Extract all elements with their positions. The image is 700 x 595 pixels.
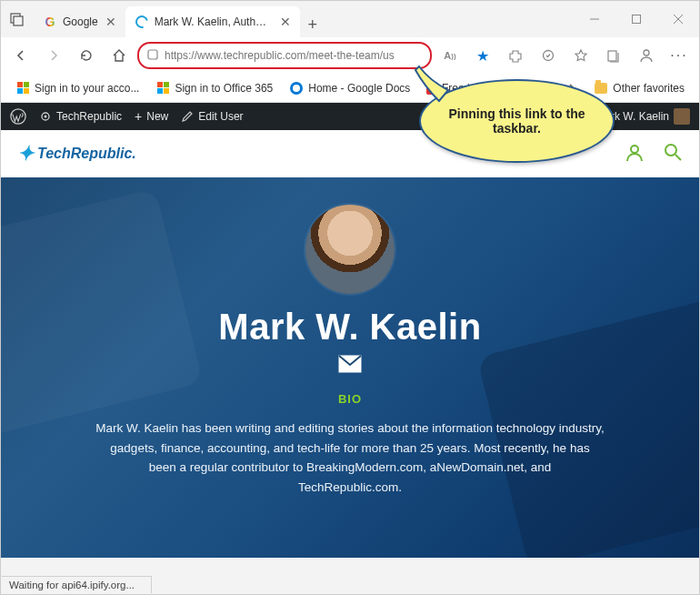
- minimize-button[interactable]: [574, 5, 615, 34]
- bookmark-item[interactable]: Sign in to Office 365: [148, 77, 280, 99]
- author-name: Mark W. Kaelin: [1, 307, 699, 348]
- close-tab-icon[interactable]: ✕: [105, 15, 116, 29]
- wp-edit-label: Edit User: [198, 110, 243, 123]
- address-bar[interactable]: https://www.techrepublic.com/meet-the-te…: [137, 42, 432, 69]
- bookmark-label: Sign in to Office 365: [175, 82, 273, 95]
- svg-rect-3: [633, 15, 641, 24]
- author-hero: Mark W. Kaelin BIO Mark W. Kaelin has be…: [1, 177, 699, 558]
- other-favorites-button[interactable]: Other favorites: [586, 77, 692, 99]
- settings-menu-button[interactable]: ···: [665, 41, 694, 70]
- toolbar: https://www.techrepublic.com/meet-the-te…: [1, 37, 699, 74]
- bio-heading: BIO: [1, 392, 699, 406]
- svg-rect-1: [14, 16, 23, 25]
- svg-point-13: [631, 146, 638, 153]
- google-favicon-icon: G: [43, 15, 57, 29]
- plus-icon: +: [135, 109, 142, 124]
- home-button[interactable]: [105, 41, 134, 70]
- status-text: Waiting for api64.ipify.org...: [9, 580, 135, 590]
- tab-actions-button[interactable]: [1, 3, 34, 35]
- svg-line-15: [675, 155, 681, 160]
- bookmark-item[interactable]: Home - Google Docs: [282, 77, 417, 99]
- bio-text: Mark W. Kaelin has been writing and edit…: [77, 419, 623, 497]
- wp-edit-user-button[interactable]: Edit User: [181, 110, 243, 123]
- favorites-button[interactable]: [566, 41, 595, 70]
- sync-button[interactable]: [534, 41, 563, 70]
- bookmark-label: Other favorites: [613, 82, 685, 95]
- forward-button[interactable]: [39, 41, 68, 70]
- search-icon[interactable]: [663, 142, 683, 166]
- svg-point-12: [45, 116, 47, 118]
- wp-new-button[interactable]: +New: [135, 109, 168, 124]
- bookmark-label: Home - Google Docs: [308, 82, 410, 95]
- status-bar: Waiting for api64.ipify.org...: [2, 576, 152, 593]
- svg-point-14: [665, 145, 676, 156]
- email-author-button[interactable]: [1, 355, 699, 378]
- account-icon[interactable]: [625, 142, 645, 166]
- techrepublic-favicon-icon: [135, 15, 149, 29]
- bookmark-item[interactable]: Sign in to your acco...: [8, 77, 146, 99]
- folder-icon: [594, 81, 608, 96]
- extensions-button[interactable]: [501, 41, 530, 70]
- user-avatar-icon: [674, 108, 690, 125]
- tab-google[interactable]: G Google ✕: [34, 6, 125, 37]
- microsoft-icon: [155, 81, 170, 96]
- logo-swirl-icon: ✦: [17, 142, 34, 166]
- profile-button[interactable]: [632, 41, 661, 70]
- back-button[interactable]: [6, 41, 35, 70]
- new-tab-button[interactable]: +: [300, 12, 325, 37]
- site-header-actions: [625, 142, 683, 166]
- close-window-button[interactable]: [657, 5, 699, 34]
- tab-strip: G Google ✕ Mark W. Kaelin, Author at Tec…: [34, 1, 574, 37]
- wp-site-link[interactable]: TechRepublic: [39, 110, 122, 123]
- microsoft-icon: [15, 81, 30, 96]
- wp-site-label: TechRepublic: [56, 110, 122, 123]
- svg-rect-6: [148, 50, 157, 59]
- url-text: https://www.techrepublic.com/meet-the-te…: [165, 49, 423, 62]
- svg-point-9: [644, 50, 649, 55]
- wp-logo-button[interactable]: [10, 108, 26, 125]
- author-avatar: [305, 205, 395, 294]
- pencil-icon: [181, 110, 194, 123]
- site-logo[interactable]: ✦ TechRepublic.: [17, 142, 136, 166]
- bookmark-label: Sign in to your acco...: [35, 82, 139, 95]
- docs-icon: [289, 81, 304, 96]
- collections-button[interactable]: [599, 41, 628, 70]
- close-tab-icon[interactable]: ✕: [280, 15, 291, 29]
- wp-new-label: New: [146, 110, 168, 123]
- maximize-button[interactable]: [615, 5, 657, 34]
- favorite-star-icon[interactable]: ★: [468, 41, 497, 70]
- site-info-icon[interactable]: [146, 48, 159, 64]
- tab-title: Mark W. Kaelin, Author at TechR: [155, 15, 273, 28]
- callout-text: Pinning this link to the taskbar.: [441, 106, 593, 136]
- titlebar: G Google ✕ Mark W. Kaelin, Author at Tec…: [1, 1, 699, 37]
- svg-rect-8: [608, 51, 616, 61]
- tab-title: Google: [63, 15, 98, 28]
- refresh-button[interactable]: [72, 41, 101, 70]
- window-controls: [574, 5, 699, 34]
- brand-text: TechRepublic.: [37, 146, 136, 162]
- tab-techrepublic[interactable]: Mark W. Kaelin, Author at TechR ✕: [125, 6, 300, 37]
